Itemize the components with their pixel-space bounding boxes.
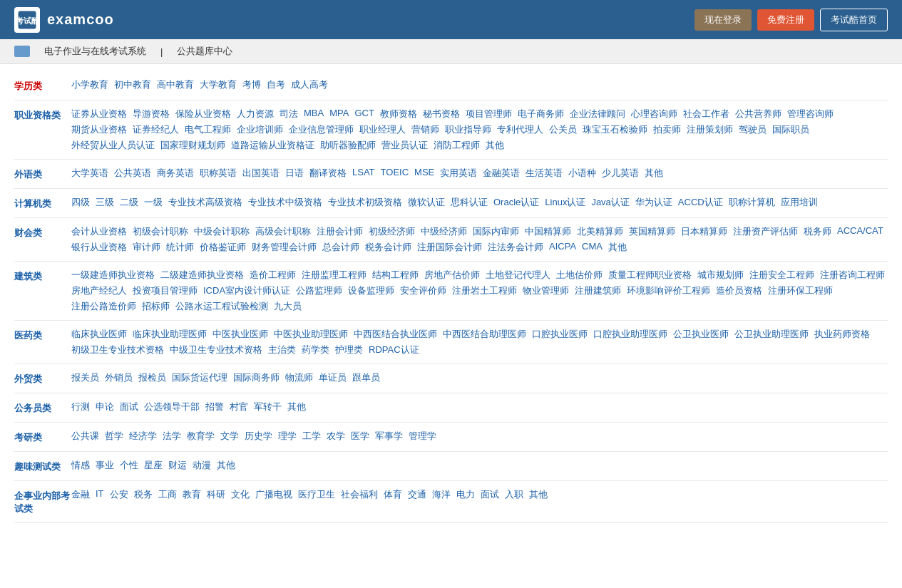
cat-link-2-15[interactable]: 其他 <box>645 167 663 180</box>
cat-link-7-4[interactable]: 国际商务师 <box>233 371 280 384</box>
cat-link-4-8[interactable]: 中国精算师 <box>525 225 571 238</box>
cat-link-11-16[interactable]: 入职 <box>505 488 523 501</box>
cat-link-5-7[interactable]: 土地估价师 <box>556 269 603 282</box>
cat-link-6-10[interactable]: 执业药师资格 <box>814 328 870 341</box>
cat-link-2-12[interactable]: 生活英语 <box>526 167 563 180</box>
cat-link-3-1[interactable]: 三级 <box>96 196 114 209</box>
cat-link-8-4[interactable]: 招警 <box>205 401 224 413</box>
cat-link-3-14[interactable]: 职称计算机 <box>729 196 775 209</box>
cat-link-6-3[interactable]: 中医执业助理医师 <box>274 328 348 341</box>
cat-link-4-22[interactable]: 注册国际会计师 <box>417 241 482 254</box>
cat-link-11-13[interactable]: 海洋 <box>432 488 451 501</box>
cat-link-5-11[interactable]: 注册咨询工程师 <box>820 269 885 282</box>
cat-link-6-15[interactable]: 护理类 <box>335 344 363 356</box>
cat-link-1-11[interactable]: 电子商务师 <box>518 108 564 120</box>
cat-link-4-21[interactable]: 税务会计师 <box>365 241 411 254</box>
cat-link-1-26[interactable]: 公关员 <box>549 123 577 136</box>
cat-link-1-33[interactable]: 国家理财规划师 <box>160 139 225 152</box>
cat-link-1-29[interactable]: 注册策划师 <box>687 123 733 136</box>
cat-link-11-8[interactable]: 广播电视 <box>255 488 292 501</box>
cat-link-3-15[interactable]: 应用培训 <box>781 196 818 209</box>
cat-link-1-28[interactable]: 拍卖师 <box>653 123 681 136</box>
cat-link-7-7[interactable]: 跟单员 <box>352 371 380 384</box>
cat-link-5-22[interactable]: 造价员资格 <box>716 284 762 297</box>
cat-link-9-10[interactable]: 医学 <box>351 430 369 443</box>
cat-link-2-8[interactable]: TOEIC <box>381 167 409 177</box>
cat-link-8-0[interactable]: 行测 <box>71 401 90 413</box>
cat-link-1-3[interactable]: 人力资源 <box>237 108 274 120</box>
cat-link-1-4[interactable]: 司法 <box>280 108 298 120</box>
cat-link-6-4[interactable]: 中西医结合执业医师 <box>354 328 437 341</box>
cat-link-4-13[interactable]: 税务师 <box>804 225 831 238</box>
cat-link-1-21[interactable]: 企业信息管理师 <box>289 123 354 136</box>
cat-link-0-5[interactable]: 自考 <box>267 78 285 91</box>
category-label-10[interactable]: 趣味测试类 <box>14 459 71 473</box>
cat-link-4-3[interactable]: 高级会计职称 <box>255 225 311 238</box>
cat-link-9-5[interactable]: 文学 <box>220 430 239 443</box>
cat-link-4-12[interactable]: 注册资产评估师 <box>733 225 798 238</box>
cat-link-1-7[interactable]: GCT <box>354 108 374 118</box>
cat-link-5-15[interactable]: 公路监理师 <box>296 284 342 297</box>
cat-link-0-6[interactable]: 成人高考 <box>291 78 328 91</box>
cat-link-1-2[interactable]: 保险从业资格 <box>175 108 231 120</box>
cat-link-2-6[interactable]: 翻译资格 <box>309 167 347 180</box>
category-label-5[interactable]: 建筑类 <box>14 269 71 313</box>
cat-link-5-13[interactable]: 投资项目管理师 <box>133 284 198 297</box>
cat-link-4-4[interactable]: 注册会计师 <box>317 225 363 238</box>
cat-link-3-10[interactable]: Linux认证 <box>545 196 585 209</box>
cat-link-9-2[interactable]: 经济学 <box>129 430 157 443</box>
cat-link-8-3[interactable]: 公选领导干部 <box>144 401 200 413</box>
cat-link-0-3[interactable]: 大学教育 <box>200 78 237 91</box>
cat-link-4-6[interactable]: 中级经济师 <box>421 225 467 238</box>
cat-link-3-11[interactable]: Java认证 <box>591 196 629 209</box>
cat-link-1-5[interactable]: MBA <box>304 108 324 118</box>
cat-link-10-3[interactable]: 星座 <box>144 459 163 472</box>
cat-link-5-0[interactable]: 一级建造师执业资格 <box>71 269 155 282</box>
cat-link-3-13[interactable]: ACCD认证 <box>678 196 723 209</box>
cat-link-8-5[interactable]: 村官 <box>230 401 248 413</box>
cat-link-11-12[interactable]: 交通 <box>408 488 426 501</box>
cat-link-1-37[interactable]: 消防工程师 <box>434 139 480 152</box>
cat-link-5-16[interactable]: 设备监理师 <box>348 284 394 297</box>
cat-link-6-13[interactable]: 主治类 <box>268 344 296 356</box>
cat-link-5-12[interactable]: 房地产经纪人 <box>71 284 127 297</box>
cat-link-2-13[interactable]: 小语种 <box>568 167 596 180</box>
cat-link-1-16[interactable]: 管理咨询师 <box>787 108 834 120</box>
category-label-7[interactable]: 外贸类 <box>14 371 71 386</box>
cat-link-1-1[interactable]: 导游资格 <box>133 108 170 120</box>
cat-link-2-9[interactable]: MSE <box>414 167 434 177</box>
cat-link-5-14[interactable]: ICDA室内设计师认证 <box>203 284 290 297</box>
category-label-11[interactable]: 企事业内部考试类 <box>14 488 71 515</box>
cat-link-6-0[interactable]: 临床执业医师 <box>71 328 127 341</box>
cat-link-2-5[interactable]: 日语 <box>285 167 304 180</box>
cat-link-5-6[interactable]: 土地登记代理人 <box>486 269 550 282</box>
cat-link-4-26[interactable]: 其他 <box>608 241 627 254</box>
cat-link-11-9[interactable]: 医疗卫生 <box>298 488 335 501</box>
cat-link-8-6[interactable]: 军转干 <box>254 401 282 413</box>
cat-link-5-18[interactable]: 注册岩土工程师 <box>452 284 517 297</box>
cat-link-9-6[interactable]: 历史学 <box>245 430 272 443</box>
cat-link-4-7[interactable]: 国际内审师 <box>473 225 519 238</box>
cat-link-1-20[interactable]: 企业培训师 <box>237 123 283 136</box>
cat-link-2-0[interactable]: 大学英语 <box>71 167 108 180</box>
cat-link-10-0[interactable]: 情感 <box>71 459 90 472</box>
cat-link-5-27[interactable]: 九大员 <box>274 300 302 313</box>
cat-link-6-9[interactable]: 公卫执业助理医师 <box>734 328 809 341</box>
cat-link-2-10[interactable]: 实用英语 <box>440 167 477 180</box>
cat-link-2-7[interactable]: LSAT <box>352 167 375 177</box>
cat-link-3-2[interactable]: 二级 <box>120 196 138 209</box>
cat-link-3-7[interactable]: 微软认证 <box>408 196 445 209</box>
cat-link-4-0[interactable]: 会计从业资格 <box>71 225 127 238</box>
login-button[interactable]: 现在登录 <box>695 9 752 31</box>
cat-link-8-7[interactable]: 其他 <box>287 401 306 413</box>
cat-link-1-22[interactable]: 职业经理人 <box>359 123 406 136</box>
category-label-4[interactable]: 财会类 <box>14 225 71 254</box>
cat-link-3-6[interactable]: 专业技术初级资格 <box>328 196 402 209</box>
category-label-2[interactable]: 外语类 <box>14 167 71 181</box>
cat-link-5-9[interactable]: 城市规划师 <box>697 269 744 282</box>
cat-link-11-17[interactable]: 其他 <box>529 488 548 501</box>
cat-link-5-23[interactable]: 注册环保工程师 <box>768 284 833 297</box>
cat-link-11-6[interactable]: 科研 <box>207 488 225 501</box>
cat-link-10-2[interactable]: 个性 <box>120 459 138 472</box>
category-label-8[interactable]: 公务员类 <box>14 401 71 415</box>
